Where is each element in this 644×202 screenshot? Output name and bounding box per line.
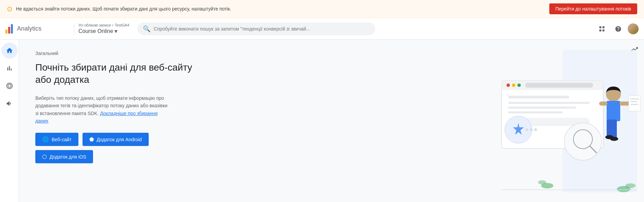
svg-rect-35: [630, 104, 638, 105]
svg-point-9: [512, 84, 515, 87]
svg-rect-29: [611, 120, 617, 138]
warning-banner: ⊙ Не вдається знайти потоки даних. Щоб п…: [0, 0, 644, 18]
breadcrumb-separator: ›: [112, 23, 113, 27]
svg-rect-27: [607, 101, 620, 121]
search-box[interactable]: 🔍: [137, 22, 375, 35]
help-button[interactable]: [611, 22, 625, 36]
svg-rect-11: [525, 83, 593, 88]
apps-button[interactable]: [595, 22, 609, 36]
svg-rect-3: [603, 29, 605, 31]
svg-rect-33: [630, 98, 639, 99]
breadcrumb-parent: Усі облікові записи: [78, 23, 111, 27]
illustration: [481, 40, 644, 202]
search-area: 🔍: [137, 22, 375, 35]
avatar-image: [628, 23, 639, 34]
svg-rect-28: [607, 120, 612, 136]
svg-rect-30: [599, 102, 607, 106]
breadcrumb-area: Усі облікові записи › TestGA4 Course Onl…: [78, 23, 129, 35]
sidebar: [0, 40, 19, 202]
section-description: Виберіть тип потоку даних, щоб отримати …: [35, 94, 171, 125]
svg-point-39: [538, 180, 546, 184]
header-right: [595, 22, 639, 36]
svg-rect-2: [600, 29, 602, 31]
android-icon: ⬟: [89, 136, 94, 143]
search-input[interactable]: [154, 26, 370, 32]
content-area: Загальний Почніть збирати дані для веб-с…: [19, 40, 644, 202]
warning-text: Не вдається знайти потоки даних. Щоб поч…: [16, 6, 231, 12]
svg-rect-32: [629, 96, 641, 111]
sidebar-item-reports[interactable]: [1, 60, 18, 76]
section-title-large: Почніть збирати дані для веб-сайту або д…: [35, 61, 225, 86]
svg-point-23: [526, 128, 528, 131]
svg-point-8: [507, 84, 510, 87]
svg-point-41: [625, 183, 636, 188]
svg-rect-0: [600, 26, 602, 28]
svg-rect-34: [630, 101, 637, 102]
website-button[interactable]: 🌐 Веб-сайт: [35, 133, 78, 146]
svg-point-10: [517, 84, 521, 87]
sidebar-item-explore[interactable]: [1, 78, 18, 94]
property-selector[interactable]: Course Online ▾: [78, 27, 129, 35]
svg-point-25: [534, 128, 537, 131]
property-name-text: Course Online: [78, 28, 113, 34]
breadcrumb-child: TestGA4: [115, 23, 129, 27]
warning-left: ⊙ Не вдається знайти потоки даних. Щоб п…: [7, 5, 231, 13]
ios-icon: ⬡: [42, 153, 47, 160]
search-icon: 🔍: [143, 25, 150, 33]
website-icon: 🌐: [42, 136, 49, 143]
configure-streams-button[interactable]: Перейти до налаштування потоків: [549, 3, 637, 14]
svg-point-24: [530, 128, 533, 131]
svg-point-37: [610, 137, 618, 141]
breadcrumb[interactable]: Усі облікові записи › TestGA4: [78, 23, 129, 27]
main-layout: Загальний Почніть збирати дані для веб-с…: [0, 40, 644, 202]
svg-rect-12: [508, 96, 569, 98]
svg-rect-15: [508, 111, 563, 113]
svg-rect-1: [603, 26, 605, 28]
svg-rect-14: [508, 107, 576, 109]
ios-button[interactable]: ⬡ Додаток для iOS: [35, 150, 93, 163]
header-divider: [74, 23, 74, 34]
avatar[interactable]: [628, 23, 639, 34]
header: Analytics Усі облікові записи › TestGA4 …: [0, 18, 644, 40]
warning-icon: ⊙: [7, 5, 13, 13]
sidebar-item-advertising[interactable]: [1, 95, 18, 112]
svg-rect-13: [508, 102, 590, 104]
logo-text: Analytics: [17, 25, 41, 32]
sidebar-item-home[interactable]: [1, 42, 18, 59]
chevron-down-icon: ▾: [114, 27, 117, 35]
logo-area: Analytics: [5, 24, 70, 34]
svg-point-19: [564, 123, 602, 160]
android-button[interactable]: ⬟ Додаток для Android: [82, 133, 149, 146]
analytics-logo-icon: [5, 24, 13, 34]
